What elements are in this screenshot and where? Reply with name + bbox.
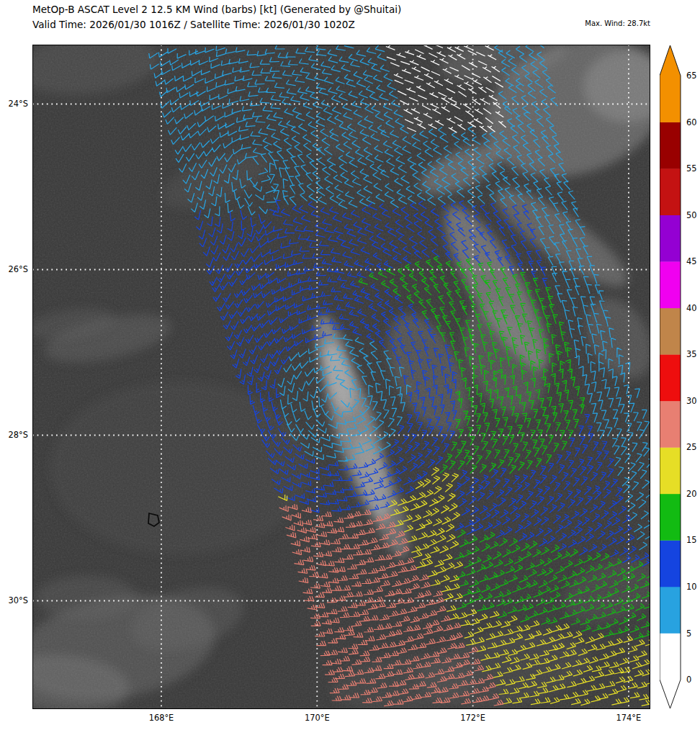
colorbar-extend-under-arrow [660,680,681,708]
max-wind-annotation: Max. Wind: 28.7kt [32,19,650,27]
colorbar-tick-label: 40 [686,303,697,313]
lat-tick-label: 24°S [0,99,28,109]
colorbar-tick-label: 30 [686,396,697,406]
colorbar-segment [660,540,681,587]
colorbar-segment [660,215,681,262]
colorbar-segment [660,587,681,634]
lat-tick-label: 26°S [0,265,28,274]
colorbar-tick-label: 25 [686,442,697,452]
lon-tick-label: 174°E [606,713,652,723]
colorbar-tick-label: 20 [686,489,697,499]
colorbar-extend-over-arrow [660,45,681,76]
colorbar-segment [660,76,681,122]
colorbar-segment [660,261,681,308]
lat-tick-label: 28°S [0,431,28,440]
colorbar-segment [660,354,681,401]
colorbar-tick-label: 5 [686,628,691,639]
colorbar-segment [660,634,681,680]
map-plot-area [32,45,650,709]
plot-title: MetOp-B ASCAT Level 2 12.5 KM Wind (barb… [32,4,401,15]
colorbar-segment [660,447,681,494]
colorbar-segment [660,494,681,541]
colorbar-segment [660,308,681,355]
colorbar-tick-label: 65 [686,71,697,81]
colorbar-segment [660,168,681,215]
colorbar-tick-label: 50 [686,210,697,220]
colorbar-tick-label: 45 [686,256,697,266]
colorbar-tick-label: 35 [686,349,697,359]
lon-tick-label: 172°E [450,713,496,723]
colorbar-segment [660,401,681,448]
colorbar-tick-label: 10 [686,582,697,592]
lon-tick-label: 168°E [138,713,184,723]
colorbar-tick-label: 55 [686,163,697,174]
figure-canvas: MetOp-B ASCAT Level 2 12.5 KM Wind (barb… [0,0,700,730]
lon-tick-label: 170°E [294,713,340,723]
colorbar-tick-label: 0 [686,675,691,685]
colorbar: 05101520253035404550556065 [660,45,700,714]
colorbar-tick-label: 15 [686,535,697,545]
colorbar-tick-label: 60 [686,117,697,127]
colorbar-segment [660,122,681,169]
lat-tick-label: 30°S [0,596,28,605]
